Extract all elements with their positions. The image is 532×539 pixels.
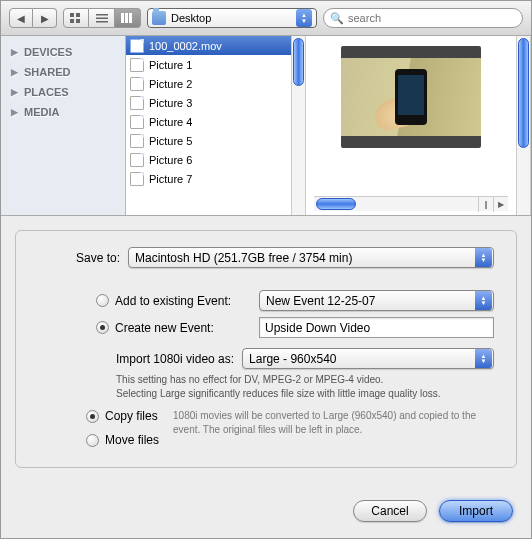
file-browser: ▶DEVICES ▶SHARED ▶PLACES ▶MEDIA 100_0002… bbox=[1, 36, 531, 216]
options-group: Save to: Macintosh HD (251.7GB free / 37… bbox=[15, 230, 517, 468]
add-existing-label: Add to existing Event: bbox=[115, 294, 259, 308]
columns-icon bbox=[121, 13, 135, 23]
list-view-button[interactable] bbox=[89, 8, 115, 28]
options-panel: Save to: Macintosh HD (251.7GB free / 37… bbox=[1, 216, 531, 500]
file-row[interactable]: 100_0002.mov bbox=[126, 36, 291, 55]
svg-rect-1 bbox=[76, 13, 80, 17]
sidebar: ▶DEVICES ▶SHARED ▶PLACES ▶MEDIA bbox=[1, 36, 126, 215]
icon-view-button[interactable] bbox=[63, 8, 89, 28]
file-row[interactable]: Picture 4 bbox=[126, 112, 291, 131]
sidebar-section-shared[interactable]: ▶SHARED bbox=[5, 62, 121, 82]
import-as-label: Import 1080i video as: bbox=[116, 352, 234, 366]
add-existing-radio[interactable] bbox=[96, 294, 109, 307]
scroll-left-button[interactable]: ‖ bbox=[478, 197, 493, 212]
svg-rect-6 bbox=[96, 21, 108, 23]
import-button[interactable]: Import bbox=[439, 500, 513, 522]
svg-rect-0 bbox=[70, 13, 74, 17]
search-input[interactable] bbox=[348, 12, 516, 24]
save-to-popup[interactable]: Macintosh HD (251.7GB free / 3754 min) ▲… bbox=[128, 247, 494, 268]
video-thumbnail bbox=[341, 46, 481, 148]
import-hint-1: This setting has no effect for DV, MPEG-… bbox=[116, 373, 494, 387]
scroll-thumb[interactable] bbox=[293, 38, 304, 86]
file-icon bbox=[130, 96, 144, 110]
file-icon bbox=[130, 172, 144, 186]
horizontal-scrollbar[interactable]: ‖ ▶ bbox=[314, 196, 508, 211]
file-row[interactable]: Picture 1 bbox=[126, 55, 291, 74]
sidebar-section-media[interactable]: ▶MEDIA bbox=[5, 102, 121, 122]
grid-icon bbox=[70, 13, 82, 23]
svg-rect-5 bbox=[96, 18, 108, 20]
back-button[interactable]: ◀ bbox=[9, 8, 33, 28]
search-icon: 🔍 bbox=[330, 12, 344, 25]
preview-body: ‖ ▶ bbox=[306, 36, 516, 215]
import-size-popup[interactable]: Large - 960x540 ▲▼ bbox=[242, 348, 494, 369]
copy-files-radio[interactable] bbox=[86, 410, 99, 423]
sidebar-section-places[interactable]: ▶PLACES bbox=[5, 82, 121, 102]
file-icon bbox=[130, 115, 144, 129]
copy-files-label: Copy files bbox=[105, 409, 158, 423]
file-row[interactable]: Picture 3 bbox=[126, 93, 291, 112]
move-files-radio[interactable] bbox=[86, 434, 99, 447]
file-icon bbox=[130, 39, 144, 53]
create-new-label: Create new Event: bbox=[115, 321, 259, 335]
scroll-right-button[interactable]: ▶ bbox=[493, 197, 508, 212]
dropdown-arrows-icon: ▲▼ bbox=[475, 349, 492, 368]
toolbar: ◀ ▶ Desktop ▲▼ 🔍 bbox=[1, 1, 531, 36]
file-column: 100_0002.mov Picture 1 Picture 2 Picture… bbox=[126, 36, 306, 215]
svg-rect-7 bbox=[121, 13, 124, 23]
folder-icon bbox=[152, 11, 166, 25]
save-to-label: Save to: bbox=[38, 251, 120, 265]
move-files-label: Move files bbox=[105, 433, 159, 447]
phone-graphic bbox=[395, 69, 427, 125]
import-hint-2: Selecting Large significantly reduces fi… bbox=[116, 387, 494, 401]
sidebar-section-devices[interactable]: ▶DEVICES bbox=[5, 42, 121, 62]
dropdown-arrows-icon: ▲▼ bbox=[475, 291, 492, 310]
disclosure-triangle-icon: ▶ bbox=[11, 107, 18, 117]
nav-buttons: ◀ ▶ bbox=[9, 8, 57, 28]
vertical-scrollbar[interactable] bbox=[516, 36, 531, 215]
disclosure-triangle-icon: ▶ bbox=[11, 67, 18, 77]
svg-rect-4 bbox=[96, 14, 108, 16]
video-frame bbox=[341, 58, 481, 136]
file-row[interactable]: Picture 7 bbox=[126, 169, 291, 188]
column-view-button[interactable] bbox=[115, 8, 141, 28]
file-row[interactable]: Picture 6 bbox=[126, 150, 291, 169]
create-new-radio[interactable] bbox=[96, 321, 109, 334]
file-icon bbox=[130, 134, 144, 148]
svg-rect-9 bbox=[129, 13, 132, 23]
cancel-button[interactable]: Cancel bbox=[353, 500, 427, 522]
file-list[interactable]: 100_0002.mov Picture 1 Picture 2 Picture… bbox=[126, 36, 291, 215]
file-icon bbox=[130, 77, 144, 91]
dialog-footer: Cancel Import bbox=[1, 500, 531, 538]
location-popup[interactable]: Desktop ▲▼ bbox=[147, 8, 317, 28]
view-mode-buttons bbox=[63, 8, 141, 28]
svg-rect-3 bbox=[76, 19, 80, 23]
dropdown-arrows-icon: ▲▼ bbox=[296, 9, 312, 27]
disclosure-triangle-icon: ▶ bbox=[11, 87, 18, 97]
copy-hint: 1080i movies will be converted to Large … bbox=[173, 409, 494, 437]
list-icon bbox=[96, 13, 108, 23]
disclosure-triangle-icon: ▶ bbox=[11, 47, 18, 57]
file-icon bbox=[130, 58, 144, 72]
scroll-thumb[interactable] bbox=[316, 198, 356, 210]
location-label: Desktop bbox=[171, 12, 211, 24]
preview-column: ‖ ▶ bbox=[306, 36, 531, 215]
scroll-thumb[interactable] bbox=[518, 38, 529, 148]
forward-button[interactable]: ▶ bbox=[33, 8, 57, 28]
file-icon bbox=[130, 153, 144, 167]
import-window: ◀ ▶ Desktop ▲▼ 🔍 ▶DEVICES ▶SHA bbox=[0, 0, 532, 539]
search-field[interactable]: 🔍 bbox=[323, 8, 523, 28]
vertical-scrollbar[interactable] bbox=[291, 36, 306, 215]
dropdown-arrows-icon: ▲▼ bbox=[475, 248, 492, 267]
svg-rect-8 bbox=[125, 13, 128, 23]
file-row[interactable]: Picture 2 bbox=[126, 74, 291, 93]
svg-rect-2 bbox=[70, 19, 74, 23]
file-row[interactable]: Picture 5 bbox=[126, 131, 291, 150]
new-event-input[interactable] bbox=[259, 317, 494, 338]
existing-event-popup[interactable]: New Event 12-25-07 ▲▼ bbox=[259, 290, 494, 311]
